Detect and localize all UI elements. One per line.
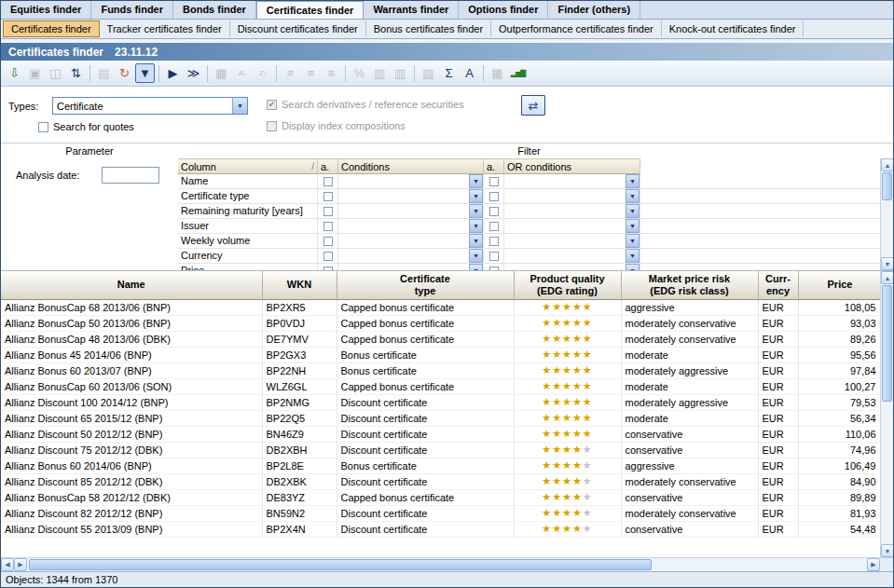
chevron-down-icon[interactable]: ▼ xyxy=(469,264,483,270)
checkbox-icon[interactable] xyxy=(323,237,333,246)
subtab-bonus-certificates-finder[interactable]: Bonus certificates finder xyxy=(366,21,491,37)
refresh-icon[interactable]: ↻ xyxy=(115,63,134,83)
scroll-down-icon[interactable]: ▼ xyxy=(881,544,893,557)
scroll-right-icon[interactable]: ▶ xyxy=(867,558,880,571)
table-row[interactable]: Allianz Bonus 60 2013/07 (BNP)BP22NHBonu… xyxy=(1,362,882,378)
filter-icon[interactable]: ▼ xyxy=(135,63,155,83)
checkbox-icon[interactable] xyxy=(489,192,499,201)
table-row[interactable]: Allianz Discount 75 2012/12 (DBK)DB2XBHD… xyxy=(1,442,882,458)
search-for-quotes-checkbox[interactable]: Search for quotes xyxy=(38,121,134,132)
column-header-product-quality-edg-rating[interactable]: Product quality (EDG rating) xyxy=(514,271,621,299)
scroll-up-icon[interactable]: ▲ xyxy=(881,158,894,171)
tab-warrants-finder[interactable]: Warrants finder xyxy=(364,1,459,19)
table-row[interactable]: Allianz Discount 50 2012/12 (BNP)BN46Z9D… xyxy=(1,426,882,442)
tab-options-finder[interactable]: Options finder xyxy=(459,1,548,19)
checkbox-icon[interactable] xyxy=(323,192,333,201)
chevron-down-icon[interactable]: ▼ xyxy=(626,234,640,248)
step-end-icon[interactable]: ≫ xyxy=(184,63,203,83)
filter-header-conditions-2[interactable]: Conditions xyxy=(338,158,484,174)
font-icon[interactable]: A xyxy=(460,63,479,83)
types-select[interactable]: Certificate ▼ xyxy=(52,97,248,115)
tab-certificates-finder[interactable]: Certificates finder xyxy=(256,1,364,19)
table-row[interactable]: Allianz Discount 82 2012/12 (BNP)BN59N2D… xyxy=(1,505,882,521)
start-search-button[interactable]: ⇄ xyxy=(521,95,545,116)
filter-or-condition-select[interactable]: ▼ xyxy=(504,249,640,263)
filter-header-column-0[interactable]: Column/ xyxy=(178,158,318,174)
transfer-icon[interactable]: ⇅ xyxy=(66,63,86,83)
chevron-down-icon[interactable]: ▼ xyxy=(626,174,640,188)
checkbox-icon[interactable] xyxy=(323,222,333,231)
checkbox-icon[interactable] xyxy=(489,222,499,231)
table-row[interactable]: Allianz Bonus 45 2014/06 (BNP)BP2GX3Bonu… xyxy=(1,347,882,362)
column-header-price[interactable]: Price xyxy=(798,271,882,299)
subtab-knock-out-certificates-finder[interactable]: Knock-out certificates finder xyxy=(662,21,805,37)
results-scrollbar[interactable]: ▲ ▼ xyxy=(880,271,893,557)
tab-funds-finder[interactable]: Funds finder xyxy=(91,1,173,19)
subtab-outperformance-certificates-finder[interactable]: Outperformance certificates finder xyxy=(491,21,662,37)
chevron-down-icon[interactable]: ▼ xyxy=(469,204,483,218)
table-row[interactable]: Allianz BonusCap 68 2013/06 (BNP)BP2XR5C… xyxy=(1,299,882,315)
analysis-date-input[interactable] xyxy=(102,167,159,184)
checkbox-icon[interactable] xyxy=(38,122,48,132)
column-header-market-price-risk-edg-risk-class[interactable]: Market price risk (EDG risk class) xyxy=(621,271,758,299)
table-row[interactable]: Allianz Discount 100 2014/12 (BNP)BP2NMG… xyxy=(1,394,882,410)
checkbox-icon[interactable] xyxy=(489,207,499,216)
table-row[interactable]: Allianz Discount 85 2012/12 (DBK)DB2XBKD… xyxy=(1,473,882,489)
tab-bonds-finder[interactable]: Bonds finder xyxy=(173,1,256,19)
scroll-up-icon[interactable]: ▲ xyxy=(881,271,893,284)
chevron-down-icon[interactable]: ▼ xyxy=(232,98,247,114)
filter-condition-select[interactable]: ▼ xyxy=(338,249,484,263)
column-header-wkn[interactable]: WKN xyxy=(262,271,337,299)
filter-header-or-conditions-4[interactable]: OR conditions xyxy=(504,158,640,174)
filter-header-a-1[interactable]: a. xyxy=(318,158,338,174)
tab-finder-others[interactable]: Finder (others) xyxy=(548,1,640,19)
column-header-certificate-type[interactable]: Certificate type xyxy=(337,271,514,299)
filter-or-condition-select[interactable]: ▼ xyxy=(504,204,640,218)
results-scrollbar-track[interactable] xyxy=(881,284,893,544)
chevron-down-icon[interactable]: ▼ xyxy=(469,174,483,188)
chevron-down-icon[interactable]: ▼ xyxy=(626,264,640,270)
column-header-name[interactable]: Name xyxy=(1,271,262,299)
filter-or-condition-select[interactable]: ▼ xyxy=(504,264,640,270)
filter-condition-select[interactable]: ▼ xyxy=(338,174,484,188)
subtab-tracker-certificates-finder[interactable]: Tracker certificates finder xyxy=(100,21,230,37)
chart-icon[interactable]: ▂▅▇ xyxy=(508,63,528,83)
sum-icon[interactable]: Σ xyxy=(439,63,459,83)
table-row[interactable]: Allianz Discount 65 2015/12 (BNP)BP22Q5D… xyxy=(1,410,882,426)
step-forward-icon[interactable]: ▶ xyxy=(163,63,183,83)
chevron-down-icon[interactable]: ▼ xyxy=(469,219,483,233)
filter-or-condition-select[interactable]: ▼ xyxy=(504,189,640,203)
table-row[interactable]: Allianz BonusCap 50 2013/06 (BNP)BP0VDJC… xyxy=(1,315,882,331)
filter-scrollbar[interactable]: ▲ ▼ xyxy=(880,158,893,270)
table-row[interactable]: Allianz BonusCap 48 2013/06 (DBK)DE7YMVC… xyxy=(1,331,882,347)
subtab-discount-certificates-finder[interactable]: Discount certificates finder xyxy=(230,21,366,37)
table-row[interactable]: Allianz Discount 55 2013/09 (BNP)BP2X4ND… xyxy=(1,521,882,537)
filter-scrollbar-thumb[interactable] xyxy=(882,172,892,200)
filter-or-condition-select[interactable]: ▼ xyxy=(504,219,640,233)
subtab-certificates-finder[interactable]: Certificates finder xyxy=(3,21,100,37)
filter-scrollbar-track[interactable] xyxy=(881,171,893,257)
results-scrollbar-thumb[interactable] xyxy=(882,285,892,402)
filter-or-condition-select[interactable]: ▼ xyxy=(504,234,640,248)
horizontal-scrollbar[interactable]: ◀ ▶ ▶ xyxy=(1,557,893,571)
chevron-down-icon[interactable]: ▼ xyxy=(469,249,483,263)
filter-condition-select[interactable]: ▼ xyxy=(338,204,484,218)
chevron-down-icon[interactable]: ▼ xyxy=(626,189,640,203)
filter-condition-select[interactable]: ▼ xyxy=(338,219,484,233)
scroll-left-icon[interactable]: ◀ xyxy=(1,558,14,571)
filter-or-condition-select[interactable]: ▼ xyxy=(504,174,640,188)
filter-condition-select[interactable]: ▼ xyxy=(338,264,484,270)
chevron-down-icon[interactable]: ▼ xyxy=(626,219,640,233)
table-row[interactable]: Allianz Bonus 60 2014/06 (BNP)BP2L8EBonu… xyxy=(1,458,882,473)
table-row[interactable]: Allianz BonusCap 58 2012/12 (DBK)DE83YZC… xyxy=(1,489,882,505)
table-row[interactable]: Allianz BonusCap 60 2013/06 (SON)WLZ6GLC… xyxy=(1,378,882,394)
checkbox-icon[interactable] xyxy=(489,237,499,246)
horizontal-scrollbar-thumb[interactable] xyxy=(29,559,652,570)
chevron-down-icon[interactable]: ▼ xyxy=(469,189,483,203)
checkbox-icon[interactable] xyxy=(323,207,333,216)
filter-condition-select[interactable]: ▼ xyxy=(338,189,484,203)
import-icon[interactable]: ⇩ xyxy=(5,63,24,83)
chevron-down-icon[interactable]: ▼ xyxy=(626,204,640,218)
checkbox-icon[interactable] xyxy=(323,177,333,186)
column-header-curr-ency[interactable]: Curr- ency xyxy=(758,271,798,299)
